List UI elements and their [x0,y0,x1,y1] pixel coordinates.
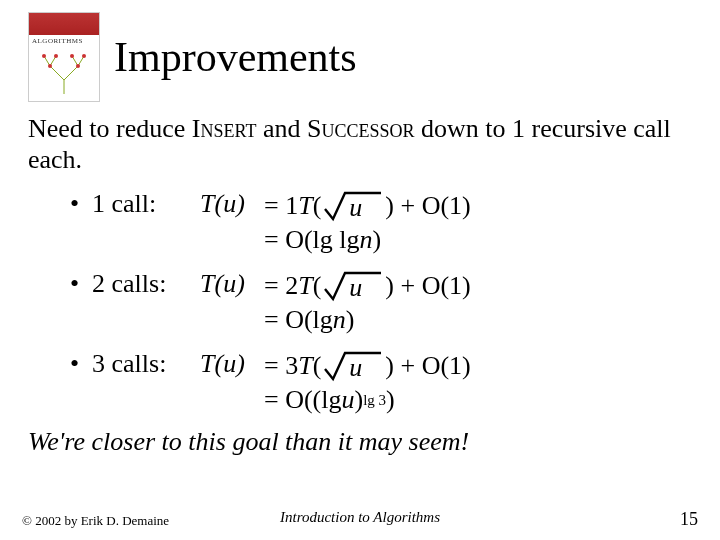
eq3-paren: ( [313,349,322,383]
sqrt-1: u [323,189,383,223]
eq3-end: ) [386,383,395,417]
eq1-res: = O(lg lg [264,223,360,257]
sqrt-2: u [323,269,383,303]
bullet-list: • 1 call: T(u) = 1 T ( u ) + O(1) = O(l [70,189,692,417]
eq2-post: ) + O(1) [385,269,470,303]
eq1-line2: = O(lg lg n) [264,223,471,257]
eq3-mid: ) [354,383,363,417]
tu-1: T(u) [200,189,264,219]
eq1-n: n [360,223,373,257]
eq3-T: T [298,349,312,383]
bullet-dot: • [70,349,92,379]
eq2-line2: = O(lg n) [264,303,471,337]
intro-pre: Need to reduce [28,114,192,143]
u: u [223,189,236,218]
svg-line-2 [64,66,78,80]
T: T [200,269,214,298]
lead-3: 3 calls: [92,349,200,379]
bullet-3: • 3 calls: T(u) = 3 T ( u ) + O(1) = O( [70,349,692,417]
eq2-res: = O(lg [264,303,333,337]
eq3-line2: = O((lg u) lg 3) [264,383,471,417]
eq3-res: = O((lg [264,383,341,417]
slide: ALGORITHMS [0,0,720,540]
eq1-post: ) + O(1) [385,189,470,223]
lead-1: 1 call: [92,189,200,219]
eqcol-3: = 3 T ( u ) + O(1) = O((lg u) lg 3) [264,349,471,417]
thumb-red-band [29,13,99,35]
eq1-end: ) [373,223,382,257]
eq1-pre: = 1 [264,189,298,223]
T: T [200,349,214,378]
svg-point-12 [76,64,80,68]
eq1-T: T [298,189,312,223]
bullet-1: • 1 call: T(u) = 1 T ( u ) + O(1) = O(l [70,189,692,257]
intro-successor: Successor [307,114,415,143]
eq1-line1: = 1 T ( u ) + O(1) [264,189,471,223]
bullet-dot: • [70,189,92,219]
sqrt-arg-1: u [349,191,362,225]
T: T [200,189,214,218]
u: u [223,269,236,298]
svg-point-10 [82,54,86,58]
tu-2: T(u) [200,269,264,299]
thumb-tree-art [29,45,99,101]
slide-header: ALGORITHMS [28,12,692,102]
thumb-title: ALGORITHMS [29,35,99,45]
eq2-end: ) [346,303,355,337]
footer-course-title: Introduction to Algorithms [0,509,720,526]
svg-point-8 [54,54,58,58]
svg-point-11 [48,64,52,68]
eq2-line1: = 2 T ( u ) + O(1) [264,269,471,303]
slide-title: Improvements [114,33,357,81]
intro-insert: Insert [192,114,257,143]
sqrt-3: u [323,349,383,383]
tu-3: T(u) [200,349,264,379]
intro-text: Need to reduce Insert and Successor down… [28,114,692,175]
svg-line-1 [50,66,64,80]
lead-2: 2 calls: [92,269,200,299]
intro-mid: and [256,114,307,143]
eq3-u: u [341,383,354,417]
eq3-pre: = 3 [264,349,298,383]
book-cover-thumbnail: ALGORITHMS [28,12,100,102]
sqrt-arg-3: u [349,351,362,385]
eq3-post: ) + O(1) [385,349,470,383]
eq2-pre: = 2 [264,269,298,303]
closing-remark: We're closer to this goal than it may se… [28,427,692,457]
eq2-n: n [333,303,346,337]
bullet-2: • 2 calls: T(u) = 2 T ( u ) + O(1) = O( [70,269,692,337]
eqcol-1: = 1 T ( u ) + O(1) = O(lg lg n) [264,189,471,257]
eqcol-2: = 2 T ( u ) + O(1) = O(lg n) [264,269,471,337]
bullet-dot: • [70,269,92,299]
eq3-sup: lg 3 [363,383,386,417]
eq2-paren: ( [313,269,322,303]
u: u [223,349,236,378]
eq1-paren: ( [313,189,322,223]
eq2-T: T [298,269,312,303]
eq3-line1: = 3 T ( u ) + O(1) [264,349,471,383]
svg-point-9 [70,54,74,58]
sqrt-arg-2: u [349,271,362,305]
slide-footer: © 2002 by Erik D. Demaine Introduction t… [0,509,720,530]
svg-point-7 [42,54,46,58]
tree-icon [38,52,90,94]
